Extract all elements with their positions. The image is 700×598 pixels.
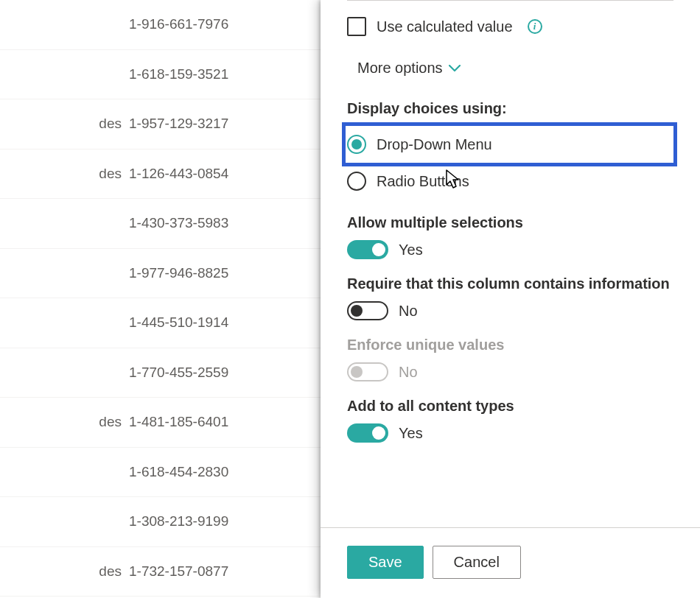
table-row[interactable]: 1-618-159-3521 <box>0 50 321 100</box>
list-cell-phone: 1-957-129-3217 <box>129 116 228 132</box>
list-cell-phone: 1-732-157-0877 <box>129 563 228 580</box>
table-row[interactable]: 1-618-454-2830 <box>0 448 321 498</box>
table-row[interactable]: 1-308-213-9199 <box>0 497 321 547</box>
require-info-toggle[interactable] <box>347 301 388 320</box>
checkbox-icon[interactable] <box>347 17 366 36</box>
table-row[interactable]: des 1-481-185-6401 <box>0 398 321 448</box>
table-row[interactable]: des 1-732-157-0877 <box>0 547 321 597</box>
list-cell-phone: 1-430-373-5983 <box>129 215 228 231</box>
display-choices-title: Display choices using: <box>347 100 673 117</box>
table-row[interactable]: 1-445-510-1914 <box>0 298 321 348</box>
panel-footer: Save Cancel <box>321 527 700 598</box>
list-cell-text: des <box>0 166 129 182</box>
column-settings-panel: Use calculated value i More options Disp… <box>321 0 700 598</box>
add-content-types-section: Add to all content types Yes <box>347 398 673 443</box>
radio-unselected-icon <box>347 172 366 191</box>
require-info-title: Require that this column contains inform… <box>347 275 673 292</box>
panel-scroll-area[interactable]: Use calculated value i More options Disp… <box>321 0 700 527</box>
list-cell-text: des <box>0 116 129 132</box>
list-cell-phone: 1-916-661-7976 <box>129 16 228 32</box>
allow-multiple-section: Allow multiple selections Yes <box>347 214 673 259</box>
toggle-value: Yes <box>399 242 423 258</box>
info-icon[interactable]: i <box>528 19 542 34</box>
allow-multiple-title: Allow multiple selections <box>347 214 673 231</box>
add-content-types-title: Add to all content types <box>347 398 673 415</box>
enforce-unique-toggle <box>347 362 388 381</box>
list-cell-phone: 1-126-443-0854 <box>129 166 228 182</box>
more-options-label: More options <box>357 60 443 77</box>
enforce-unique-title: Enforce unique values <box>347 337 673 353</box>
display-choices-radio-group: Drop-Down Menu Radio Buttons <box>347 126 673 197</box>
table-row[interactable]: des 1-126-443-0854 <box>0 150 321 200</box>
chevron-down-icon <box>449 65 461 72</box>
display-choices-section: Display choices using: Drop-Down Menu Ra… <box>347 100 673 197</box>
toggle-knob-icon <box>351 305 363 317</box>
radio-selected-icon <box>347 135 366 154</box>
list-cell-phone: 1-445-510-1914 <box>129 314 228 331</box>
list-cell-phone: 1-481-185-6401 <box>129 414 228 430</box>
require-info-section: Require that this column contains inform… <box>347 275 673 320</box>
radio-label: Radio Buttons <box>377 173 469 190</box>
divider <box>347 0 673 1</box>
table-row[interactable]: 1-916-661-7976 <box>0 0 321 50</box>
background-data-list: 1-916-661-7976 1-618-159-3521 des 1-957-… <box>0 0 321 598</box>
list-cell-phone: 1-618-159-3521 <box>129 66 228 82</box>
list-cell-phone: 1-618-454-2830 <box>129 464 228 480</box>
table-row[interactable]: 1-977-946-8825 <box>0 249 321 299</box>
toggle-value: No <box>399 303 418 320</box>
list-cell-text: des <box>0 563 129 580</box>
radio-label: Drop-Down Menu <box>377 136 492 153</box>
save-button[interactable]: Save <box>347 546 424 579</box>
cancel-button[interactable]: Cancel <box>433 546 521 579</box>
table-row[interactable]: 1-770-455-2559 <box>0 348 321 398</box>
allow-multiple-toggle[interactable] <box>347 240 388 259</box>
toggle-value: No <box>399 364 418 381</box>
enforce-unique-section: Enforce unique values No <box>347 337 673 381</box>
use-calculated-value-checkbox[interactable]: Use calculated value i <box>347 17 673 36</box>
toggle-value: Yes <box>399 425 423 442</box>
toggle-knob-icon <box>372 426 385 440</box>
display-choice-dropdown[interactable]: Drop-Down Menu <box>346 126 673 163</box>
table-row[interactable]: 1-430-373-5983 <box>0 199 321 249</box>
toggle-knob-icon <box>372 243 385 256</box>
toggle-knob-icon <box>351 366 363 378</box>
list-cell-phone: 1-308-213-9199 <box>129 513 228 530</box>
list-cell-phone: 1-770-455-2559 <box>129 365 228 381</box>
table-row[interactable]: des 1-957-129-3217 <box>0 99 321 150</box>
add-content-types-toggle[interactable] <box>347 423 388 443</box>
list-cell-text: des <box>0 414 129 430</box>
more-options-toggle[interactable]: More options <box>347 60 461 77</box>
checkbox-label: Use calculated value <box>377 18 513 35</box>
display-choice-radio-buttons[interactable]: Radio Buttons <box>347 166 673 197</box>
list-cell-phone: 1-977-946-8825 <box>129 265 228 281</box>
